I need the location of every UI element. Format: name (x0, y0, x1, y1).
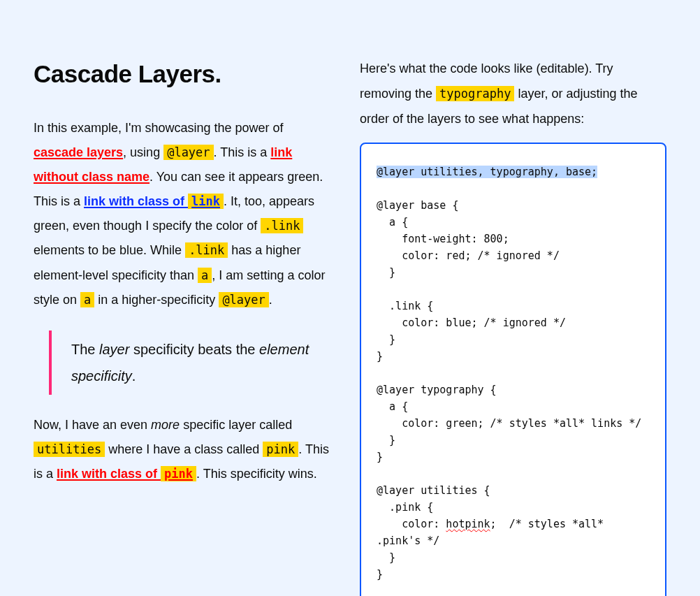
code-spellcheck-word: hotpink (446, 518, 490, 530)
blockquote: The layer specificity beats the element … (49, 330, 333, 395)
text: specific layer called (180, 418, 292, 432)
right-intro: Here's what the code looks like (editabl… (360, 56, 666, 131)
code-layer: @layer (163, 145, 213, 160)
text: . (132, 368, 136, 384)
code-dot-link-2: .link (185, 242, 228, 258)
paragraph-1: In this example, I'm showcasing the powe… (34, 116, 333, 312)
text: The (71, 342, 99, 357)
text: . This is a (214, 145, 271, 159)
code-pink-in-link: pink (161, 466, 196, 481)
link-with-class-link[interactable]: link with class of link (84, 194, 224, 209)
code-a-1: a (198, 268, 212, 283)
page-title: Cascade Layers. (34, 60, 333, 88)
em-more: more (151, 418, 180, 432)
code-pink: pink (263, 442, 298, 457)
code-layer-2: @layer (219, 292, 268, 307)
code-body: @layer base { a { font-weight: 800; colo… (377, 199, 641, 530)
text: elements to be blue. While (34, 243, 185, 257)
text: where I have a class called (105, 442, 263, 456)
text: specificity beats the (129, 342, 259, 357)
code-utilities: utilities (34, 442, 105, 457)
code-typography: typography (436, 86, 514, 101)
code-editor[interactable]: @layer utilities, typography, base; @lay… (360, 143, 666, 596)
code-a-2: a (80, 292, 94, 307)
text: , using (123, 145, 163, 159)
link-text: link with class of (57, 467, 161, 481)
text: . (269, 293, 272, 307)
link-cascade-layers[interactable]: cascade layers (34, 145, 123, 159)
link-with-class-pink[interactable]: link with class of pink (57, 466, 196, 481)
em-layer: layer (99, 342, 129, 357)
text: in a higher-specificity (94, 293, 219, 307)
code-selection: @layer utilities, typography, base; (377, 166, 597, 178)
link-text: link with class of (84, 194, 188, 208)
paragraph-2: Now, I have an even more specific layer … (34, 413, 333, 486)
text: Now, I have an even (34, 418, 151, 432)
code-link-in-link: link (188, 194, 224, 209)
text: . This specificity wins. (196, 467, 317, 481)
text: In this example, I'm showcasing the powe… (34, 121, 284, 135)
code-dot-link-1: .link (261, 218, 303, 233)
